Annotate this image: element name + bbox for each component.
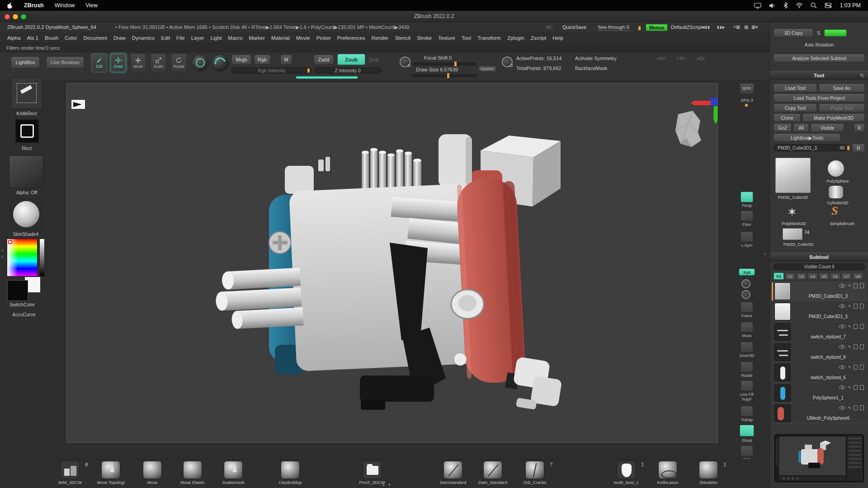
stroke-thumbnail[interactable] xyxy=(15,119,39,143)
subtool-row[interactable]: ✎ PolySphere1_1 xyxy=(772,383,867,403)
control-center-icon[interactable] xyxy=(825,3,832,8)
menu-help[interactable]: Help xyxy=(552,35,563,41)
subtool-row[interactable]: ✎ UMesh_PolySphere6 xyxy=(772,404,867,423)
menu-zscript[interactable]: Zscript xyxy=(531,35,547,41)
copy-tool-button[interactable]: Copy Tool xyxy=(774,103,817,112)
texture-icon[interactable] xyxy=(860,283,864,288)
see-through-slider-dot[interactable] xyxy=(638,26,641,30)
subtool-thumbnail[interactable] xyxy=(774,282,791,300)
volume-icon[interactable] xyxy=(769,3,776,9)
brush-thumbnail[interactable] xyxy=(61,461,80,479)
rotate-view-button[interactable] xyxy=(741,361,753,372)
symmetry-y-button[interactable]: >Y< xyxy=(676,56,685,61)
tile-menu-icon[interactable]: ▦▾ xyxy=(751,24,758,29)
tool-section-header[interactable]: Tool ↻ xyxy=(770,71,868,80)
gizmo-color-swatch[interactable] xyxy=(824,29,847,37)
floor-button[interactable] xyxy=(741,211,753,221)
texture-icon[interactable] xyxy=(860,304,864,309)
menu-alpha[interactable]: Alpha xyxy=(7,35,20,41)
spix-slider-dot[interactable] xyxy=(745,104,748,107)
uv-icon[interactable] xyxy=(854,365,858,370)
subtool-thumbnail[interactable] xyxy=(774,323,791,341)
eye-icon[interactable] xyxy=(839,365,845,369)
wifi-icon[interactable] xyxy=(796,3,803,8)
brush-thumbnail[interactable] xyxy=(525,461,544,479)
rgb-intensity-dot[interactable] xyxy=(307,69,310,73)
axis-rotation-header[interactable]: Axis Rotation xyxy=(770,42,868,47)
brush-bar-page-up[interactable]: ▲ xyxy=(382,483,385,486)
draw-size-dot[interactable] xyxy=(447,73,449,78)
texture-icon[interactable] xyxy=(860,385,864,390)
menubar-clock[interactable]: 1:03 PM xyxy=(840,2,861,9)
uv-icon[interactable] xyxy=(854,283,858,288)
menus-toggle[interactable]: Menus xyxy=(646,24,668,31)
search-icon[interactable] xyxy=(811,2,817,9)
brush-thumbnail[interactable] xyxy=(363,461,382,479)
goz-button[interactable]: GoZ xyxy=(774,123,792,132)
menu-layer[interactable]: Layer xyxy=(191,35,204,41)
menubar-item-window[interactable]: Window xyxy=(55,2,75,9)
menu-als1[interactable]: Als 1 xyxy=(27,35,38,41)
quicksave-button[interactable]: QuickSave xyxy=(562,24,586,30)
texture-icon[interactable] xyxy=(860,365,864,370)
brush-thumbnail[interactable] xyxy=(183,461,202,479)
spix-slider[interactable]: SPix 3 xyxy=(734,98,760,103)
rotate-button[interactable]: Rotate xyxy=(171,53,187,72)
right-divider-chevron[interactable]: › xyxy=(764,251,766,257)
menu-preferences[interactable]: Preferences xyxy=(337,35,365,41)
brush-slot[interactable]: ClayBuildup xyxy=(270,461,311,485)
apple-logo-icon[interactable] xyxy=(7,2,13,9)
subtool-thumbnail[interactable] xyxy=(774,404,791,422)
move-button[interactable]: Move xyxy=(130,53,146,72)
3d-copy-button[interactable]: 3D Copy xyxy=(774,28,813,37)
zcut-button[interactable]: Zcut xyxy=(369,57,378,62)
subtool-row[interactable]: ✎ switch_stylized_8 xyxy=(772,343,867,362)
transparency-button[interactable] xyxy=(741,406,753,417)
brush-slot[interactable]: tooth_best_1 1 xyxy=(606,461,646,485)
texture-icon[interactable] xyxy=(860,324,864,329)
ghost-button[interactable] xyxy=(740,425,754,436)
subtool-row[interactable]: ✎ switch_stylized_7 xyxy=(772,322,867,342)
rgb-button[interactable]: Rgb xyxy=(254,55,270,65)
uv-icon[interactable] xyxy=(854,324,858,329)
subtool-thumbnail[interactable] xyxy=(774,364,791,381)
brush-slot[interactable]: Pinch_3DCW xyxy=(352,461,392,485)
pan-move-button[interactable] xyxy=(741,322,753,333)
polypaint-icon[interactable]: ✎ xyxy=(848,385,851,390)
brush-bar-page-down[interactable]: ▼ xyxy=(388,483,391,486)
focal-shift-slider[interactable] xyxy=(412,62,476,66)
brush-slot[interactable]: KnifeLasso xyxy=(647,461,688,485)
color-picker-cursor[interactable] xyxy=(8,240,12,244)
local-symmetry-button[interactable] xyxy=(741,231,753,242)
eye-icon[interactable] xyxy=(839,406,845,410)
solo-button[interactable] xyxy=(741,446,753,456)
texture-icon[interactable] xyxy=(860,344,864,349)
zsub-button[interactable]: Zsub xyxy=(337,54,365,65)
tab-v6[interactable]: V6 xyxy=(830,272,840,280)
brush-slot[interactable]: Move Elastic xyxy=(172,461,213,485)
menu-light[interactable]: Light xyxy=(210,35,222,41)
polypaint-icon[interactable]: ✎ xyxy=(848,345,851,349)
brush-thumbnail[interactable] xyxy=(699,461,718,479)
mrgb-button[interactable]: Mrgb xyxy=(231,55,251,65)
menu-picker[interactable]: Picker xyxy=(316,35,331,41)
polypaint-icon[interactable]: ✎ xyxy=(848,324,851,329)
dynamic-subdiv-orb[interactable] xyxy=(212,54,229,71)
menu-draw[interactable]: Draw xyxy=(113,35,126,41)
menu-stencil[interactable]: Stencil xyxy=(395,35,410,41)
tab-v7[interactable]: V7 xyxy=(841,272,852,280)
polypaint-icon[interactable]: ✎ xyxy=(848,406,851,410)
polypaint-icon[interactable]: ✎ xyxy=(848,284,851,288)
save-as-button[interactable]: Save As xyxy=(819,84,865,92)
simplebrush-icon[interactable]: S xyxy=(831,205,838,217)
goz-r-button[interactable]: R xyxy=(854,123,865,132)
left-divider-chevron2[interactable]: ‹ xyxy=(1,254,3,259)
draw-size-slider[interactable] xyxy=(412,74,476,77)
frame-button[interactable] xyxy=(741,302,753,313)
color-picker-value-strip[interactable] xyxy=(39,239,45,277)
menu-render[interactable]: Render xyxy=(372,35,389,41)
xyz-button[interactable]: Xyz xyxy=(739,268,755,276)
subtool-thumbnail[interactable] xyxy=(774,343,791,361)
brush-slot[interactable]: Orb_Cracks ? xyxy=(514,461,555,485)
uv-icon[interactable] xyxy=(854,304,858,309)
